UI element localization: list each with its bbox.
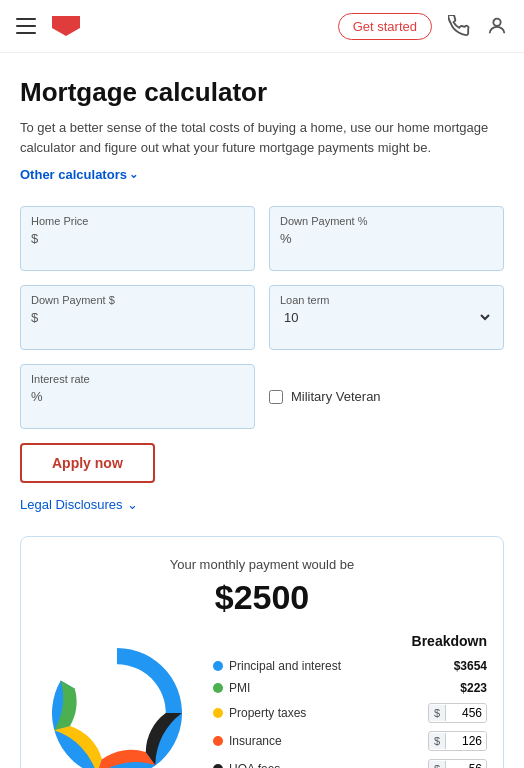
form-row-3: Interest rate % Military Veteran bbox=[20, 364, 504, 429]
hoa-input[interactable] bbox=[446, 760, 486, 768]
label-taxes: Property taxes bbox=[229, 706, 306, 720]
military-veteran-checkbox[interactable] bbox=[269, 390, 283, 404]
breakdown-item-hoa: HOA fees $ bbox=[213, 759, 487, 768]
military-veteran-field: Military Veteran bbox=[269, 389, 504, 404]
home-price-label: Home Price bbox=[31, 215, 244, 227]
down-payment-dollar-field: Down Payment $ $ bbox=[20, 285, 255, 350]
value-principal: $3654 bbox=[454, 659, 487, 673]
monthly-amount: $2500 bbox=[37, 578, 487, 617]
taxes-dollar-prefix: $ bbox=[429, 705, 446, 721]
header: Get started bbox=[0, 0, 524, 53]
page-title: Mortgage calculator bbox=[20, 77, 504, 108]
interest-rate-field: Interest rate % bbox=[20, 364, 255, 429]
breakdown-item-insurance: Insurance $ bbox=[213, 731, 487, 751]
donut-hole bbox=[82, 678, 152, 748]
hoa-input-group: $ bbox=[428, 759, 487, 768]
other-calculators-label: Other calculators bbox=[20, 167, 127, 182]
breakdown-item-insurance-left: Insurance bbox=[213, 734, 282, 748]
home-price-prefix: $ bbox=[31, 231, 38, 246]
insurance-input[interactable] bbox=[446, 732, 486, 750]
down-payment-dollar-label: Down Payment $ bbox=[31, 294, 244, 306]
description-row: To get a better sense of the total costs… bbox=[20, 118, 504, 182]
down-payment-dollar-input[interactable] bbox=[31, 326, 244, 341]
description-text: To get a better sense of the total costs… bbox=[20, 118, 504, 157]
home-price-field: Home Price $ bbox=[20, 206, 255, 271]
label-insurance: Insurance bbox=[229, 734, 282, 748]
loan-term-field: Loan term 5 10 15 20 25 30 bbox=[269, 285, 504, 350]
down-payment-dollar-prefix: $ bbox=[31, 310, 38, 325]
insurance-dollar-prefix: $ bbox=[429, 733, 446, 749]
interest-rate-label: Interest rate bbox=[31, 373, 244, 385]
main-content: Mortgage calculator To get a better sens… bbox=[0, 53, 524, 768]
interest-rate-input[interactable] bbox=[31, 405, 244, 420]
loan-term-label: Loan term bbox=[280, 294, 493, 306]
breakdown-title: Breakdown bbox=[213, 633, 487, 649]
header-left bbox=[16, 12, 84, 40]
down-payment-pct-field: Down Payment % % bbox=[269, 206, 504, 271]
menu-icon[interactable] bbox=[16, 18, 36, 34]
breakdown-item-hoa-left: HOA fees bbox=[213, 762, 280, 768]
breakdown-section: Breakdown Principal and interest $3654 P… bbox=[37, 633, 487, 768]
breakdown-item-taxes: Property taxes $ bbox=[213, 703, 487, 723]
hoa-dollar-prefix: $ bbox=[429, 761, 446, 768]
dot-pmi bbox=[213, 683, 223, 693]
down-payment-pct-input[interactable] bbox=[280, 247, 493, 262]
breakdown-item-principal: Principal and interest $3654 bbox=[213, 659, 487, 673]
get-started-button[interactable]: Get started bbox=[338, 13, 432, 40]
chevron-down-icon: ⌄ bbox=[129, 168, 138, 181]
breakdown-item-principal-left: Principal and interest bbox=[213, 659, 341, 673]
value-pmi: $223 bbox=[460, 681, 487, 695]
breakdown-item-pmi-left: PMI bbox=[213, 681, 250, 695]
logo-icon bbox=[48, 12, 84, 40]
loan-term-select[interactable]: 5 10 15 20 25 30 bbox=[280, 309, 493, 326]
legal-chevron-icon: ⌄ bbox=[127, 497, 138, 512]
legal-disclosures-label: Legal Disclosures bbox=[20, 497, 123, 512]
monthly-label: Your monthly payment would be bbox=[37, 557, 487, 572]
breakdown-item-taxes-left: Property taxes bbox=[213, 706, 306, 720]
taxes-input[interactable] bbox=[446, 704, 486, 722]
home-price-input[interactable] bbox=[31, 247, 244, 262]
results-card: Your monthly payment would be $2500 bbox=[20, 536, 504, 768]
military-veteran-label: Military Veteran bbox=[291, 389, 381, 404]
breakdown-item-pmi: PMI $223 bbox=[213, 681, 487, 695]
svg-marker-0 bbox=[52, 16, 80, 36]
label-principal: Principal and interest bbox=[229, 659, 341, 673]
svg-point-1 bbox=[493, 19, 500, 26]
donut-svg bbox=[37, 633, 197, 768]
label-hoa: HOA fees bbox=[229, 762, 280, 768]
legal-disclosures-link[interactable]: Legal Disclosures ⌄ bbox=[20, 497, 504, 512]
header-right: Get started bbox=[338, 13, 508, 40]
dot-hoa bbox=[213, 764, 223, 768]
form-row-1: Home Price $ Down Payment % % bbox=[20, 206, 504, 271]
taxes-input-group: $ bbox=[428, 703, 487, 723]
interest-rate-prefix: % bbox=[31, 389, 43, 404]
breakdown-list: Breakdown Principal and interest $3654 P… bbox=[213, 633, 487, 768]
other-calculators-link[interactable]: Other calculators ⌄ bbox=[20, 167, 138, 182]
dot-principal bbox=[213, 661, 223, 671]
mortgage-form: Home Price $ Down Payment % % Down Payme… bbox=[20, 206, 504, 512]
dot-insurance bbox=[213, 736, 223, 746]
user-icon[interactable] bbox=[486, 15, 508, 37]
insurance-input-group: $ bbox=[428, 731, 487, 751]
down-payment-pct-prefix: % bbox=[280, 231, 292, 246]
dot-taxes bbox=[213, 708, 223, 718]
donut-chart bbox=[37, 633, 197, 768]
down-payment-pct-label: Down Payment % bbox=[280, 215, 493, 227]
apply-now-button[interactable]: Apply now bbox=[20, 443, 155, 483]
form-row-2: Down Payment $ $ Loan term 5 10 15 20 25… bbox=[20, 285, 504, 350]
phone-icon[interactable] bbox=[448, 15, 470, 37]
label-pmi: PMI bbox=[229, 681, 250, 695]
